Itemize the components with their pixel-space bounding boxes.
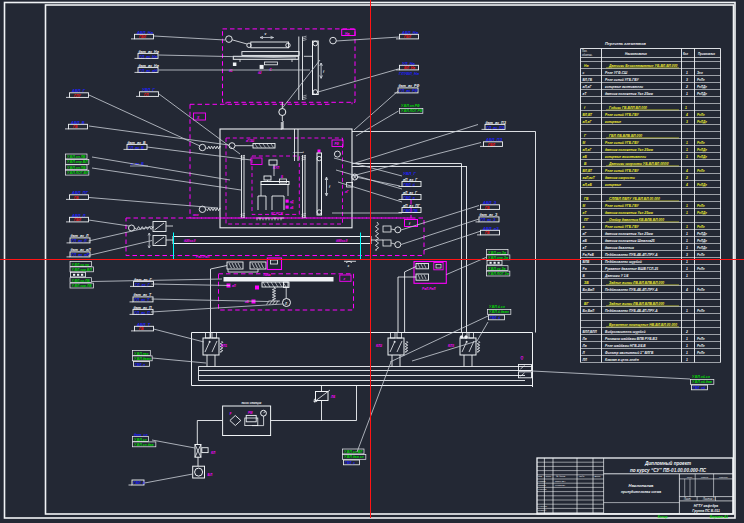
svg-text:ГВЛ_б: ГВЛ_б bbox=[404, 183, 416, 187]
svg-text:Масса: Масса bbox=[701, 476, 709, 479]
svg-text:ГВ: ГВ bbox=[74, 196, 79, 200]
svg-text:Б: Б bbox=[281, 175, 283, 179]
svg-text:в: в bbox=[583, 225, 585, 229]
svg-text:вЛ,вВ: вЛ,вВ bbox=[583, 183, 593, 187]
svg-text:Рв,РвВ: Рв,РвВ bbox=[583, 253, 595, 257]
svg-text:3: 3 bbox=[686, 253, 688, 257]
svg-text:Фильтр магнитный 1″ ВЛГВ: Фильтр магнитный 1″ ВЛГВ bbox=[605, 351, 654, 355]
svg-text:Реле синий УГБ-ГВУ: Реле синий УГБ-ГВУ bbox=[605, 204, 639, 208]
svg-text:Ларин ОН: Ларин ОН bbox=[554, 480, 566, 482]
svg-text:вП_вх_ПГ: вП_вх_ПГ bbox=[403, 204, 421, 208]
svg-text:датчик положения Укл 25мм: датчик положения Укл 25мм bbox=[605, 92, 653, 96]
svg-text:У.ВЛ.ЛОГ.ВЛ: У.ВЛ.ЛОГ.ВЛ bbox=[67, 171, 89, 175]
svg-text:Датчики скорости УБ-ВЛ.ВЛ.00: Датчики скорости УБ-ВЛ.ВЛ.000/0 bbox=[608, 162, 669, 166]
svg-text:РФ: РФ bbox=[335, 142, 340, 146]
svg-text:У.ВЛ.опр.ВЛ: У.ВЛ.опр.ВЛ bbox=[67, 160, 88, 164]
svg-text:У.ВЛ.ок.пр: У.ВЛ.ок.пр bbox=[72, 263, 90, 267]
svg-text:РеЛе: РеЛе bbox=[697, 309, 705, 313]
svg-text:1: 1 bbox=[686, 351, 688, 355]
svg-text:вЛ,вГ: вЛ,вГ bbox=[583, 120, 593, 124]
svg-text:ГВЛ_б: ГВЛ_б bbox=[134, 481, 146, 485]
svg-text:У.ВЛ.сл.дав: У.ВЛ.сл.дав bbox=[134, 443, 154, 447]
svg-text:ГВЛ_н: ГВЛ_н bbox=[135, 363, 145, 367]
svg-text:д20хз.0: д20хз.0 bbox=[184, 239, 196, 243]
svg-text:Наименование: Наименование bbox=[625, 52, 647, 56]
svg-text:1: 1 bbox=[686, 358, 688, 362]
svg-text:У.ВЛ.оп.ПВ: У.ВЛ.оп.ПВ bbox=[67, 166, 86, 170]
svg-text:НГТУ кафедра: НГТУ кафедра bbox=[694, 504, 719, 508]
svg-text:ГВ: ГВ bbox=[139, 327, 144, 331]
svg-text:1: 1 bbox=[686, 267, 688, 271]
svg-text:Нв: Нв bbox=[584, 64, 589, 68]
svg-text:Годики ГВ-ВЛЛ.ВЛ.000: Годики ГВ-ВЛЛ.ВЛ.000 bbox=[609, 106, 647, 110]
svg-text:ВЛ,ВТ: ВЛ,ВТ bbox=[583, 169, 593, 173]
svg-text:РеЛДе: РеЛДе bbox=[697, 246, 707, 250]
svg-text:Задние вилки ЛВ-ВЛ.ВЛВ.ВЛ.0: Задние вилки ЛВ-ВЛ.ВЛВ.ВЛ.000 bbox=[609, 302, 664, 306]
svg-text:ГВ: ГВ bbox=[485, 231, 490, 235]
svg-text:1: 1 bbox=[686, 148, 688, 152]
svg-text:с: с bbox=[583, 71, 585, 75]
svg-text:У.ВЛ.б.сл: У.ВЛ.б.сл bbox=[489, 305, 506, 309]
svg-text:вД: вД bbox=[290, 200, 294, 204]
svg-text:вЛ,вГ: вЛ,вГ bbox=[583, 148, 593, 152]
svg-text:1: 1 bbox=[686, 92, 688, 96]
svg-text:РеЛе: РеЛе bbox=[697, 113, 705, 117]
svg-text:ЗВ: ЗВ bbox=[584, 281, 589, 285]
svg-text:У.ВЛ.ок.ЛВ: У.ВЛ.ок.ЛВ bbox=[72, 279, 91, 283]
svg-text:ЛЛ: ЛЛ bbox=[582, 358, 588, 362]
svg-text:Реле УГФ-СШ: Реле УГФ-СШ bbox=[605, 71, 628, 75]
svg-text:РеЛе: РеЛе bbox=[697, 169, 705, 173]
svg-text:ГЛ_вх_В: ГЛ_вх_В bbox=[129, 146, 145, 150]
svg-text:Поз.: Поз. bbox=[582, 49, 587, 53]
svg-text:1: 1 bbox=[686, 211, 688, 215]
svg-text:вВ: вВ bbox=[583, 155, 588, 159]
svg-text:1: 1 bbox=[686, 274, 688, 278]
svg-text:ГЛУ: ГЛУ bbox=[74, 94, 81, 98]
svg-text:РеЛе: РеЛе bbox=[697, 253, 705, 257]
svg-text:Задние вилки ЛВ-ВЛ.ВЛВ.ВЛ.00: Задние вилки ЛВ-ВЛ.ВЛВ.ВЛ.000 bbox=[609, 281, 664, 285]
svg-text:Реле синий УГБ-ГВУ: Реле синий УГБ-ГВУ bbox=[605, 113, 639, 117]
svg-text:ВЛВ: ВЛВ bbox=[583, 260, 590, 264]
svg-text:ГЛ_вх_Т: ГЛ_вх_Т bbox=[135, 298, 151, 302]
svg-text:1: 1 bbox=[685, 106, 687, 110]
svg-text:1: 1 bbox=[686, 344, 688, 348]
svg-text:Изм: Изм bbox=[538, 475, 543, 477]
svg-text:М: М bbox=[583, 141, 586, 145]
svg-text:Лист: Лист bbox=[683, 497, 692, 501]
svg-text:Дата: Дата bbox=[594, 475, 602, 477]
svg-text:ГЛ: ГЛ bbox=[144, 93, 149, 97]
svg-text:1: 1 bbox=[686, 141, 688, 145]
svg-text:РеЛе: РеЛе bbox=[697, 204, 705, 208]
svg-text:ГВЛ_с: ГВЛ_с bbox=[345, 461, 355, 465]
svg-text:РС.РСЖ: РС.РСЖ bbox=[271, 212, 283, 216]
svg-text:Реле синий УГБ-ГВУ: Реле синий УГБ-ГВУ bbox=[605, 225, 639, 229]
svg-text:д2: д2 bbox=[258, 71, 262, 75]
svg-text:У.ВЛ.б.давл: У.ВЛ.б.давл bbox=[489, 310, 510, 314]
svg-text:концевые выключатели: концевые выключатели bbox=[605, 155, 646, 159]
svg-text:Нв: Нв bbox=[345, 32, 350, 36]
svg-text:Рукавное давление ВШВ ГСЛ-2: Рукавное давление ВШВ ГСЛ-25 bbox=[605, 267, 658, 271]
svg-text:ВЛ,ГВ: ВЛ,ГВ bbox=[583, 78, 593, 82]
svg-text:КЛ2: КЛ2 bbox=[376, 344, 382, 348]
svg-text:ВЛ_Нв: ВЛ_Нв bbox=[404, 66, 415, 70]
svg-text:Временное помещение НВ-ВЛ.ВЛ: Временное помещение НВ-ВЛ.ВЛ.00.000 bbox=[609, 323, 677, 327]
svg-text:РеЛДе: РеЛДе bbox=[697, 85, 707, 89]
svg-text:концевые: концевые bbox=[605, 120, 621, 124]
svg-text:У.ВЛ.давл: У.ВЛ.давл bbox=[134, 357, 152, 361]
svg-text:3: 3 bbox=[686, 120, 688, 124]
svg-text:Разраб.: Разраб. bbox=[538, 480, 546, 482]
svg-text:вБ: вБ bbox=[290, 206, 294, 210]
svg-text:3: 3 bbox=[686, 78, 688, 82]
svg-text:концевые: концевые bbox=[605, 183, 621, 187]
svg-text:Реле шайбами НГВ-2/4-В: Реле шайбами НГВ-2/4-В bbox=[605, 344, 646, 348]
svg-text:РеЛе: РеЛе bbox=[697, 141, 705, 145]
svg-text:ГВ: ГВ bbox=[584, 197, 589, 201]
svg-text:Педбтовлено ПУБ-4Б-4П-ПРУ-А: Педбтовлено ПУБ-4Б-4П-ПРУ-А bbox=[605, 309, 658, 313]
svg-text:У.ВЛ.об.дав: У.ВЛ.об.дав bbox=[692, 380, 712, 384]
svg-text:У.ВЛ.оп.ЛВ: У.ВЛ.оп.ЛВ bbox=[67, 155, 86, 159]
svg-text:1: 1 bbox=[686, 239, 688, 243]
svg-text:Реле синий УГБ-ГВУ: Реле синий УГБ-ГВУ bbox=[605, 78, 639, 82]
svg-text:КЛ1: КЛ1 bbox=[221, 344, 227, 348]
svg-text:по курсу “СУ” ПБ-01.00.00.0: по курсу “СУ” ПБ-01.00.00.000-ПС bbox=[630, 468, 707, 473]
svg-text:РМ: РМ bbox=[248, 411, 253, 415]
